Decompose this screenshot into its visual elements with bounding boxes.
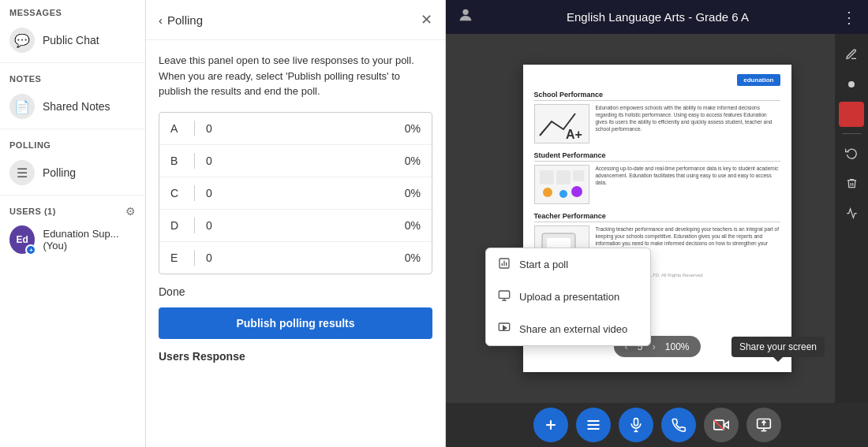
polling-back-button[interactable]: ‹ Polling xyxy=(159,13,203,27)
context-menu: Start a poll Upload a presentation Share… xyxy=(485,248,651,346)
svg-line-32 xyxy=(713,420,724,430)
start-poll-menu-item[interactable]: Start a poll xyxy=(486,248,650,281)
option-percent: 0% xyxy=(405,219,421,232)
slide-section-title: Student Performance xyxy=(534,151,780,162)
presentation-area: edunation School Performance A+ Edun xyxy=(446,34,868,403)
start-poll-label: Start a poll xyxy=(519,259,568,270)
row-divider xyxy=(194,218,195,233)
trash-button[interactable] xyxy=(839,170,864,196)
share-external-video-label: Share an external video xyxy=(519,323,627,335)
slide-section-body: Accessing up-to-date and real-time perfo… xyxy=(534,165,780,204)
slide-header: edunation xyxy=(534,74,780,86)
right-toolbar xyxy=(835,34,868,403)
slide-text-school: Edunation empowers schools with the abil… xyxy=(596,104,780,143)
upload-presentation-menu-item[interactable]: Upload a presentation xyxy=(486,281,650,313)
polling-item-label: Polling xyxy=(43,166,76,179)
polling-instructions: Leave this panel open to see live respon… xyxy=(159,53,432,99)
svg-point-6 xyxy=(559,190,567,198)
public-chat-label: Public Chat xyxy=(43,34,99,47)
chart-button[interactable] xyxy=(839,200,864,225)
slide-graphic-student xyxy=(534,165,589,204)
gear-icon[interactable]: ⚙ xyxy=(125,205,136,218)
slide-section-title: Teacher Performance xyxy=(534,212,780,222)
shared-notes-label: Shared Notes xyxy=(43,100,110,113)
option-count: 0 xyxy=(206,187,405,199)
camera-button[interactable] xyxy=(704,408,739,442)
polling-header: ‹ Polling ✕ xyxy=(146,0,445,40)
sidebar: MESSAGES 💬 Public Chat NOTES 📄 Shared No… xyxy=(0,0,146,447)
slide-section-school: School Performance A+ Edunation empowers… xyxy=(534,91,780,143)
svg-marker-22 xyxy=(503,326,507,330)
publish-polling-results-button[interactable]: Publish polling results xyxy=(159,307,432,339)
more-menu-icon[interactable]: ⋮ xyxy=(841,8,857,27)
polling-body: Leave this panel open to see live respon… xyxy=(146,40,445,447)
polling-panel-title: Polling xyxy=(167,13,203,27)
table-row: E 0 0% xyxy=(159,242,432,274)
svg-text:A+: A+ xyxy=(566,128,582,141)
table-row: A 0 0% xyxy=(159,113,432,145)
option-label: E xyxy=(170,251,194,264)
dot-tool-button[interactable] xyxy=(839,72,864,97)
slide-section-student: Student Performance xyxy=(534,151,780,204)
messages-section-label: MESSAGES xyxy=(0,0,145,21)
share-screen-button[interactable] xyxy=(746,408,781,442)
menu-button[interactable] xyxy=(576,408,611,442)
slide-logo: edunation xyxy=(737,74,780,86)
user-name: Edunation Sup... (You) xyxy=(43,228,136,251)
slide-zoom-level: 100% xyxy=(662,341,693,352)
share-screen-tooltip: Share your screen xyxy=(731,337,825,357)
svg-rect-28 xyxy=(634,419,638,426)
polling-close-button[interactable]: ✕ xyxy=(421,11,432,28)
add-button[interactable] xyxy=(533,408,568,442)
row-divider xyxy=(194,185,195,201)
polling-table: A 0 0% B 0 0% C 0 0% D 0 0% xyxy=(159,112,432,274)
users-section-label: USERS (1) xyxy=(9,207,56,216)
presentation-title: English Language Arts - Grade 6 A xyxy=(474,10,841,24)
svg-rect-18 xyxy=(499,291,509,298)
avatar: Ed + xyxy=(9,225,35,254)
users-response-label: Users Response xyxy=(159,350,432,363)
phone-button[interactable] xyxy=(661,408,696,442)
topbar: English Language Arts - Grade 6 A ⋮ xyxy=(446,0,868,34)
sidebar-item-public-chat[interactable]: 💬 Public Chat xyxy=(0,21,145,59)
avatar-badge: + xyxy=(25,244,36,255)
monitor-icon xyxy=(497,289,511,304)
divider xyxy=(0,195,145,196)
sidebar-item-polling[interactable]: ☰ Polling xyxy=(0,154,145,192)
pencil-tool-button[interactable] xyxy=(839,42,864,67)
option-percent: 0% xyxy=(405,187,421,199)
option-count: 0 xyxy=(206,122,405,135)
share-external-video-menu-item[interactable]: Share an external video xyxy=(486,313,650,345)
option-label: B xyxy=(170,155,194,167)
slide-section-title: School Performance xyxy=(534,91,780,101)
option-label: A xyxy=(170,122,194,135)
svg-rect-4 xyxy=(573,170,584,181)
option-percent: 0% xyxy=(405,251,421,264)
sidebar-item-shared-notes[interactable]: 📄 Shared Notes xyxy=(0,88,145,125)
user-item: Ed + Edunation Sup... (You) xyxy=(0,221,145,259)
chat-icon: 💬 xyxy=(9,28,35,53)
slide-text-student: Accessing up-to-date and real-time perfo… xyxy=(596,165,780,204)
rectangle-tool-button[interactable] xyxy=(839,102,864,127)
user-icon xyxy=(457,6,474,28)
upload-presentation-label: Upload a presentation xyxy=(519,291,619,303)
option-percent: 0% xyxy=(405,122,421,135)
polling-icon: ☰ xyxy=(9,160,35,185)
divider xyxy=(0,129,145,129)
table-row: D 0 0% xyxy=(159,210,432,242)
svg-rect-3 xyxy=(556,170,571,184)
option-count: 0 xyxy=(206,219,405,232)
polling-panel: ‹ Polling ✕ Leave this panel open to see… xyxy=(146,0,446,447)
table-row: B 0 0% xyxy=(159,145,432,177)
option-label: D xyxy=(170,219,194,232)
undo-button[interactable] xyxy=(839,140,864,166)
main-content: English Language Arts - Grade 6 A ⋮ edun… xyxy=(446,0,868,447)
back-chevron-icon: ‹ xyxy=(159,13,163,27)
svg-rect-13 xyxy=(846,110,857,118)
mic-button[interactable] xyxy=(619,408,653,442)
divider xyxy=(0,62,145,63)
notes-icon: 📄 xyxy=(9,94,35,119)
slide-graphic-school: A+ xyxy=(534,104,589,143)
poll-icon xyxy=(497,257,511,272)
bottom-bar xyxy=(446,403,868,447)
